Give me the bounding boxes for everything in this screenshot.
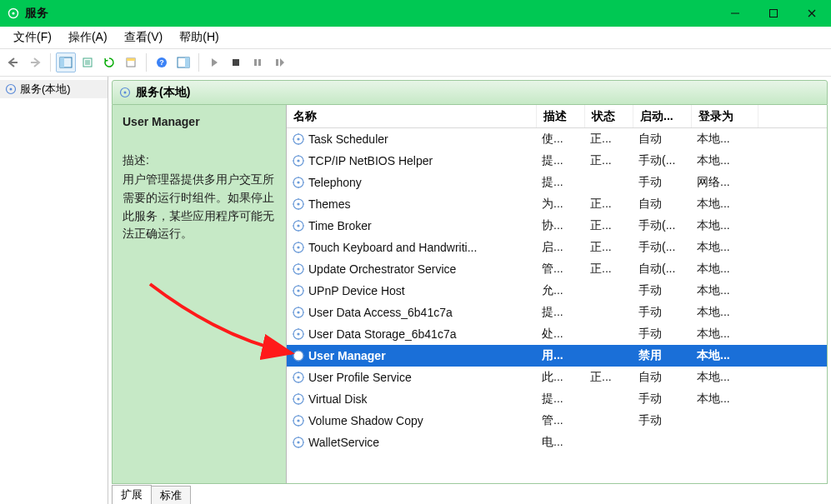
service-desc-cell: 提... <box>537 175 585 190</box>
start-service-button[interactable] <box>204 52 224 72</box>
service-startup-cell: 禁用 <box>633 348 692 363</box>
svg-rect-17 <box>258 59 261 66</box>
menu-view[interactable]: 查看(V) <box>116 28 172 47</box>
console-tree[interactable]: 服务(本地) <box>0 77 108 504</box>
forward-button[interactable] <box>25 52 45 72</box>
service-logon-cell: 本地... <box>692 153 758 168</box>
svg-rect-7 <box>60 57 64 67</box>
service-logon-cell: 本地... <box>692 197 758 212</box>
column-header-status[interactable]: 状态 <box>585 105 633 127</box>
service-logon-cell: 本地... <box>692 240 758 255</box>
service-desc-cell: 处... <box>537 327 585 342</box>
service-row[interactable]: Telephony提...手动网络... <box>287 172 827 193</box>
service-startup-cell: 手动(... <box>633 240 692 255</box>
service-row[interactable]: Update Orchestrator Service管...正...自动(..… <box>287 258 827 280</box>
column-header-startup[interactable]: 启动... <box>633 105 692 127</box>
service-status-cell: 正... <box>585 197 633 212</box>
service-row[interactable]: Volume Shadow Copy管...手动 <box>287 410 827 432</box>
service-logon-cell: 本地... <box>692 370 758 385</box>
service-startup-cell: 手动(... <box>633 218 692 233</box>
svg-point-24 <box>297 137 299 140</box>
maximize-button[interactable] <box>754 0 793 27</box>
service-startup-cell: 手动 <box>633 305 692 320</box>
menu-bar: 文件(F) 操作(A) 查看(V) 帮助(H) <box>0 27 831 48</box>
svg-text:?: ? <box>159 58 164 67</box>
restart-service-button[interactable] <box>269 52 289 72</box>
svg-point-1 <box>12 12 14 14</box>
close-button[interactable] <box>793 0 831 27</box>
service-row[interactable]: UPnP Device Host允...手动本地... <box>287 280 827 302</box>
service-desc-cell: 用... <box>537 348 585 363</box>
service-startup-cell: 手动 <box>633 392 692 407</box>
service-logon-cell: 本地... <box>692 283 758 298</box>
service-startup-cell: 自动(... <box>633 262 692 277</box>
gear-icon <box>119 87 131 98</box>
menu-file[interactable]: 文件(F) <box>5 28 60 47</box>
service-desc-cell: 提... <box>537 392 585 407</box>
svg-point-48 <box>297 224 299 227</box>
properties-button[interactable] <box>121 52 141 72</box>
service-row[interactable]: WalletService电... <box>287 432 827 453</box>
service-desc-cell: 管... <box>537 413 585 428</box>
service-row[interactable]: User Profile Service此...正...自动本地... <box>287 367 827 388</box>
service-logon-cell: 本地... <box>692 305 758 320</box>
service-row[interactable]: Touch Keyboard and Handwriti...启...正...手… <box>287 237 827 258</box>
service-startup-cell: 自动 <box>633 370 692 385</box>
service-status-cell: 正... <box>585 262 633 277</box>
svg-point-102 <box>297 419 299 422</box>
svg-point-96 <box>297 397 299 400</box>
service-row[interactable]: TCP/IP NetBIOS Helper提...正...手动(...本地... <box>287 150 827 172</box>
tab-strip: 扩展 标准 <box>108 484 831 504</box>
show-hide-action-pane-button[interactable] <box>173 52 193 72</box>
back-button[interactable] <box>3 52 23 72</box>
menu-help[interactable]: 帮助(H) <box>171 28 227 47</box>
menu-action[interactable]: 操作(A) <box>60 28 116 47</box>
refresh-button[interactable] <box>99 52 119 72</box>
service-desc-cell: 管... <box>537 262 585 277</box>
svg-point-60 <box>297 267 299 270</box>
service-startup-cell: 手动(... <box>633 153 692 168</box>
service-row[interactable]: Time Broker协...正...手动(...本地... <box>287 215 827 237</box>
service-row[interactable]: User Data Access_6b41c7a提...手动本地... <box>287 302 827 323</box>
main-pane: 服务(本地) User Manager 描述: 用户管理器提供多用户交互所需要的… <box>108 77 831 504</box>
show-hide-tree-button[interactable] <box>56 52 76 72</box>
service-row[interactable]: User Manager用...禁用本地... <box>287 345 827 367</box>
svg-point-42 <box>297 202 299 205</box>
pause-service-button[interactable] <box>248 52 268 72</box>
svg-rect-3 <box>770 10 778 17</box>
svg-rect-16 <box>254 59 257 66</box>
svg-point-78 <box>297 332 299 335</box>
detail-description-label: 描述: <box>123 152 276 170</box>
tab-standard[interactable]: 标准 <box>151 486 191 504</box>
service-row[interactable]: User Data Storage_6b41c7a处...手动本地... <box>287 323 827 345</box>
tree-node-services-local[interactable]: 服务(本地) <box>0 80 108 98</box>
app-icon <box>7 7 20 20</box>
toolbar: ? <box>0 48 831 77</box>
column-header-name[interactable]: 名称 <box>287 105 537 127</box>
column-header-logon[interactable]: 登录为 <box>692 105 758 127</box>
service-name-cell: Virtual Disk <box>287 392 537 406</box>
tab-extended[interactable]: 扩展 <box>112 485 152 504</box>
service-logon-cell: 本地... <box>692 132 758 147</box>
svg-point-66 <box>297 289 299 292</box>
minimize-button[interactable] <box>716 0 754 27</box>
stop-service-button[interactable] <box>226 52 246 72</box>
help-button[interactable]: ? <box>152 52 172 72</box>
service-row[interactable]: Virtual Disk提...手动本地... <box>287 388 827 410</box>
gear-icon <box>5 83 17 95</box>
service-name-cell: Update Orchestrator Service <box>287 262 537 276</box>
svg-point-30 <box>297 159 299 162</box>
service-desc-cell: 此... <box>537 370 585 385</box>
pane-header: 服务(本地) <box>112 80 828 105</box>
column-header-description[interactable]: 描述 <box>537 105 585 127</box>
svg-point-72 <box>297 311 299 313</box>
list-header[interactable]: 名称 描述 状态 启动... 登录为 <box>287 105 827 128</box>
service-name-cell: Time Broker <box>287 219 537 232</box>
service-row[interactable]: Themes为...正...自动本地... <box>287 193 827 215</box>
service-row[interactable]: Task Scheduler使...正...自动本地... <box>287 128 827 150</box>
svg-point-84 <box>297 354 299 357</box>
service-name-cell: Task Scheduler <box>287 132 537 146</box>
service-list[interactable]: 名称 描述 状态 启动... 登录为 Task Scheduler使...正..… <box>286 105 827 483</box>
export-list-button[interactable] <box>78 52 98 72</box>
service-logon-cell: 本地... <box>692 348 758 363</box>
